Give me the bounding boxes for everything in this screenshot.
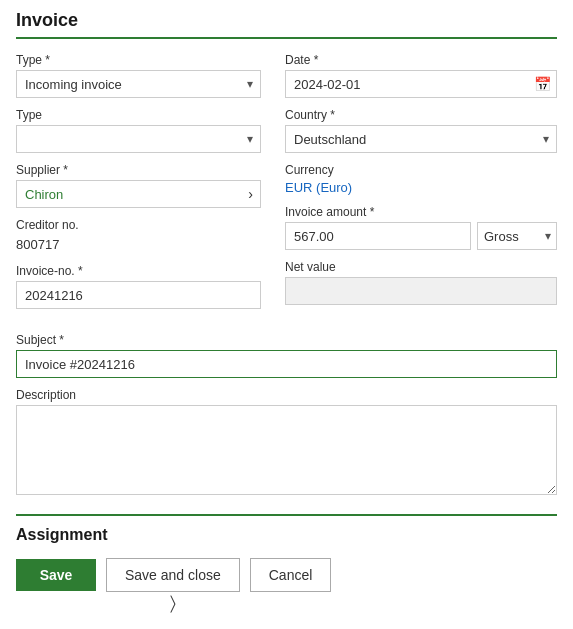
creditor-field-group: Creditor no. 800717 (16, 218, 261, 254)
invoice-amount-row: Gross Net (285, 222, 557, 250)
type-select[interactable]: Incoming invoice Outgoing invoice (16, 70, 261, 98)
currency-label: Currency (285, 163, 557, 177)
cancel-button[interactable]: Cancel (250, 558, 332, 592)
type2-field-group: Type (16, 108, 261, 153)
subject-label: Subject * (16, 333, 557, 347)
currency-field-group: Currency EUR (Euro) (285, 163, 557, 195)
type2-select-wrapper (16, 125, 261, 153)
supplier-input-wrapper: › (16, 180, 261, 208)
amount-type-select-wrapper: Gross Net (477, 222, 557, 250)
page-title: Invoice (16, 10, 557, 39)
invoice-no-field-group: Invoice-no. * (16, 264, 261, 309)
type2-select[interactable] (16, 125, 261, 153)
supplier-label: Supplier * (16, 163, 261, 177)
net-value-input (285, 277, 557, 305)
button-row: Save Save and close 〉 Cancel (16, 558, 557, 592)
type-select-wrapper: Incoming invoice Outgoing invoice (16, 70, 261, 98)
type-label: Type * (16, 53, 261, 67)
save-and-close-button[interactable]: Save and close (106, 558, 240, 592)
type-field-group: Type * Incoming invoice Outgoing invoice (16, 53, 261, 98)
supplier-input[interactable] (16, 180, 261, 208)
net-value-field-group: Net value (285, 260, 557, 305)
assignment-section: Assignment Save Save and close 〉 Cancel (16, 514, 557, 592)
country-label: Country * (285, 108, 557, 122)
form-grid: Type * Incoming invoice Outgoing invoice… (16, 53, 557, 319)
creditor-label: Creditor no. (16, 218, 261, 232)
invoice-no-label: Invoice-no. * (16, 264, 261, 278)
currency-value: EUR (Euro) (285, 180, 557, 195)
subject-input[interactable] (16, 350, 557, 378)
date-input[interactable] (285, 70, 557, 98)
invoice-form: Invoice Type * Incoming invoice Outgoing… (0, 0, 573, 608)
country-field-group: Country * Deutschland Austria Switzerlan… (285, 108, 557, 153)
invoice-amount-label: Invoice amount * (285, 205, 557, 219)
invoice-amount-input[interactable] (285, 222, 471, 250)
country-select-wrapper: Deutschland Austria Switzerland (285, 125, 557, 153)
subject-field-group: Subject * (16, 333, 557, 378)
right-column: Date * 📅 Country * Deutschland Austria S… (285, 53, 557, 319)
amount-type-select[interactable]: Gross Net (477, 222, 557, 250)
date-label: Date * (285, 53, 557, 67)
left-column: Type * Incoming invoice Outgoing invoice… (16, 53, 261, 319)
description-field-group: Description (16, 388, 557, 498)
description-label: Description (16, 388, 557, 402)
date-field-group: Date * 📅 (285, 53, 557, 98)
cursor-hand-icon: 〉 (170, 593, 176, 614)
description-textarea[interactable] (16, 405, 557, 495)
date-input-wrapper: 📅 (285, 70, 557, 98)
save-button[interactable]: Save (16, 559, 96, 591)
type2-label: Type (16, 108, 261, 122)
supplier-field-group: Supplier * › (16, 163, 261, 208)
invoice-amount-field-group: Invoice amount * Gross Net (285, 205, 557, 250)
save-close-wrapper: Save and close 〉 (106, 558, 240, 592)
full-width-section: Subject * Description (16, 333, 557, 498)
invoice-no-input[interactable] (16, 281, 261, 309)
assignment-title: Assignment (16, 526, 557, 544)
country-select[interactable]: Deutschland Austria Switzerland (285, 125, 557, 153)
net-value-label: Net value (285, 260, 557, 274)
creditor-value: 800717 (16, 235, 261, 254)
